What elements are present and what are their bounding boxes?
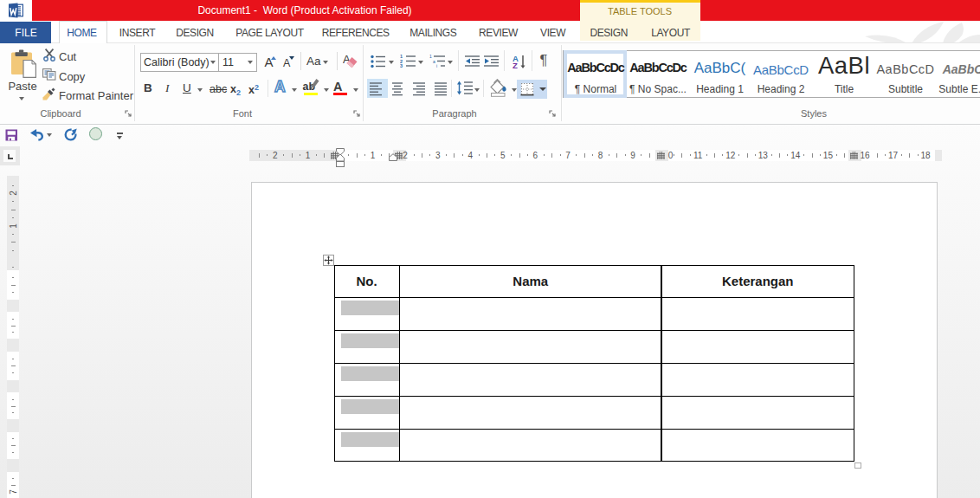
svg-text:3: 3	[400, 63, 403, 68]
svg-text:Z: Z	[513, 61, 518, 69]
svg-text:a: a	[433, 59, 435, 64]
svg-text:1: 1	[429, 54, 432, 59]
svg-text:i: i	[436, 63, 437, 68]
